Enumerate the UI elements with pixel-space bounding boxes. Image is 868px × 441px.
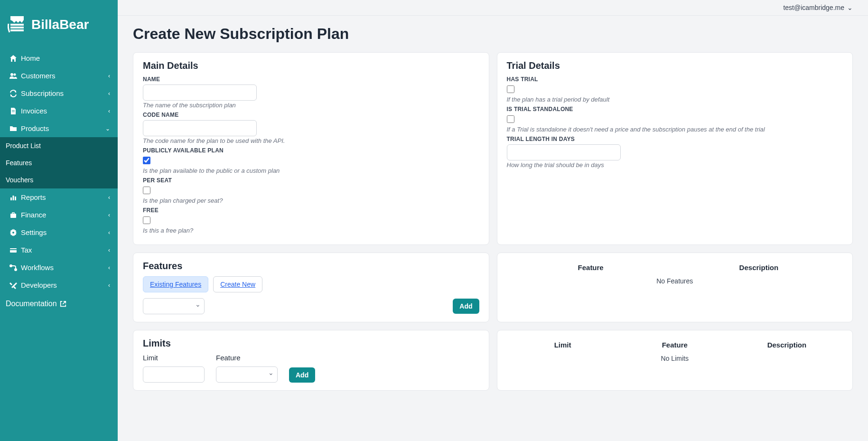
sidebar-item-settings[interactable]: Settings ‹ [0, 224, 118, 241]
tools-icon [8, 281, 19, 289]
card-icon [8, 246, 19, 254]
features-heading: Features [143, 261, 479, 272]
length-help: How long the trial should be in days [507, 161, 843, 169]
standalone-checkbox[interactable] [507, 115, 514, 123]
folder-icon [8, 125, 19, 132]
hastrial-checkbox[interactable] [507, 85, 514, 93]
standalone-label: IS TRIAL STANDALONE [507, 106, 843, 113]
sidebar-item-tax[interactable]: Tax ‹ [0, 241, 118, 259]
tab-existing-features[interactable]: Existing Features [143, 276, 208, 292]
bear-logo-icon [8, 14, 27, 35]
chevron-left-icon: ‹ [108, 247, 110, 253]
sidebar-item-invoices[interactable]: Invoices ‹ [0, 102, 118, 120]
perseat-checkbox[interactable] [143, 187, 150, 194]
name-label: NAME [143, 76, 479, 83]
svg-rect-3 [10, 29, 24, 31]
features-empty: No Features [507, 274, 843, 288]
chevron-left-icon: ‹ [108, 73, 110, 79]
features-col-feature: Feature [507, 263, 675, 272]
feature-select[interactable] [143, 298, 205, 314]
limit-input-label: Limit [143, 354, 205, 362]
svg-rect-8 [10, 197, 12, 200]
svg-rect-2 [10, 27, 24, 28]
sidebar-subitem-product-list[interactable]: Product List [0, 137, 118, 154]
main-details-heading: Main Details [143, 60, 479, 71]
svg-point-5 [14, 73, 16, 75]
trial-details-heading: Trial Details [507, 60, 843, 71]
chevron-left-icon: ‹ [108, 264, 110, 271]
sidebar-item-finance[interactable]: Finance ‹ [0, 206, 118, 224]
svg-point-4 [10, 73, 13, 76]
sidebar-item-customers[interactable]: Customers ‹ [0, 67, 118, 84]
chevron-left-icon: ‹ [108, 108, 110, 114]
user-menu[interactable]: test@icambridge.me ⌄ [783, 4, 853, 11]
tab-create-new-feature[interactable]: Create New [213, 276, 262, 292]
sidebar-item-reports[interactable]: Reports ‹ [0, 188, 118, 206]
limits-col-limit: Limit [507, 341, 619, 349]
svg-point-15 [10, 265, 12, 267]
svg-rect-14 [10, 249, 17, 250]
brand-logo: BillaBear [0, 9, 118, 49]
limit-feature-select[interactable] [216, 366, 278, 383]
sidebar-item-home[interactable]: Home [0, 49, 118, 67]
sidebar-item-developers[interactable]: Developers ‹ [0, 276, 118, 294]
sidebar-subitem-features[interactable]: Features [0, 154, 118, 171]
limits-col-feature: Feature [619, 341, 731, 349]
main-content: test@icambridge.me ⌄ Create New Subscrip… [118, 0, 868, 441]
svg-point-16 [15, 269, 17, 271]
page-title: Create New Subscription Plan [133, 25, 853, 43]
home-icon [8, 55, 19, 62]
flow-icon [8, 264, 19, 272]
sidebar-subitem-vouchers[interactable]: Vouchers [0, 171, 118, 188]
sidebar-submenu-products: Product List Features Vouchers [0, 137, 118, 188]
code-label: CODE NAME [143, 112, 479, 118]
chevron-left-icon: ‹ [108, 282, 110, 289]
public-help: Is the plan available to the public or a… [143, 167, 479, 174]
limit-input[interactable] [143, 366, 205, 383]
svg-rect-10 [15, 197, 16, 200]
svg-rect-1 [10, 24, 24, 26]
briefcase-icon [8, 211, 19, 219]
svg-rect-9 [13, 196, 14, 200]
user-email: test@icambridge.me [783, 4, 844, 11]
free-checkbox[interactable] [143, 216, 150, 224]
svg-rect-11 [10, 214, 16, 218]
public-checkbox[interactable] [143, 157, 150, 164]
sidebar-item-workflows[interactable]: Workflows ‹ [0, 259, 118, 276]
perseat-help: Is the plan charged per seat? [143, 197, 479, 204]
sidebar: BillaBear Home Customers ‹ Subscriptions… [0, 0, 118, 441]
limits-heading: Limits [143, 338, 479, 349]
users-icon [8, 72, 19, 80]
sidebar-item-products[interactable]: Products ⌄ [0, 120, 118, 137]
features-col-description: Description [675, 263, 843, 272]
external-link-icon [60, 300, 66, 307]
hastrial-label: HAS TRIAL [507, 76, 843, 83]
code-input[interactable] [143, 120, 257, 136]
svg-point-12 [12, 232, 14, 234]
svg-rect-0 [10, 16, 24, 20]
chevron-down-icon: ⌄ [847, 4, 853, 11]
chevron-left-icon: ‹ [108, 212, 110, 218]
sidebar-item-subscriptions[interactable]: Subscriptions ‹ [0, 84, 118, 102]
free-label: FREE [143, 207, 479, 214]
sidebar-item-documentation[interactable]: Documentation [0, 294, 118, 314]
chevron-down-icon: ⌄ [105, 125, 110, 132]
limit-feature-label: Feature [216, 354, 278, 362]
card-main-details: Main Details NAME The name of the subscr… [133, 52, 489, 245]
svg-rect-6 [12, 110, 15, 111]
limits-empty: No Limits [507, 352, 843, 365]
topbar: test@icambridge.me ⌄ [118, 0, 868, 16]
add-feature-button[interactable]: Add [453, 299, 479, 314]
card-trial-details: Trial Details HAS TRIAL If the plan has … [497, 52, 853, 245]
chart-icon [8, 194, 19, 201]
document-icon [8, 107, 19, 115]
chevron-left-icon: ‹ [108, 229, 110, 236]
trial-length-input[interactable] [507, 144, 621, 160]
card-features-list: Feature Description No Features [497, 253, 853, 322]
add-limit-button[interactable]: Add [289, 367, 315, 383]
refresh-icon [8, 90, 19, 97]
code-help: The code name for the plan to be used wi… [143, 137, 479, 144]
svg-rect-7 [12, 112, 15, 112]
card-features: Features Existing Features Create New Ad… [133, 253, 489, 322]
name-input[interactable] [143, 84, 257, 101]
